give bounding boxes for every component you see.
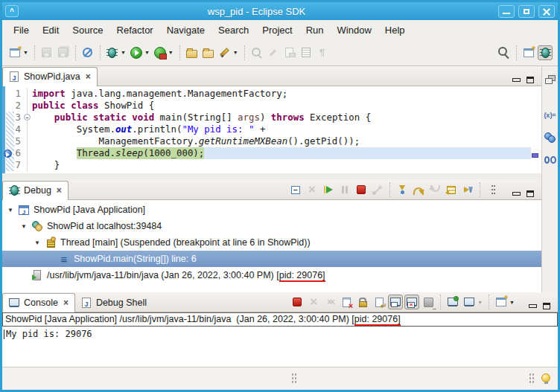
- menu-item-navigate[interactable]: Navigate: [160, 22, 211, 38]
- last-edit-location-button[interactable]: [249, 45, 264, 60]
- code-line[interactable]: 7 }: [2, 159, 541, 171]
- menu-item-file[interactable]: File: [7, 22, 36, 38]
- use-step-filters-button[interactable]: [460, 182, 475, 197]
- debug-tree-row[interactable]: ▼ShowPid at localhost:39484: [2, 218, 541, 234]
- save-all-button[interactable]: [56, 45, 71, 60]
- code-line[interactable]: 2public class ShowPid {: [2, 100, 541, 112]
- step-return-button[interactable]: [427, 182, 442, 197]
- show-stdout-button[interactable]: [388, 295, 403, 309]
- maximize-button[interactable]: [518, 5, 535, 18]
- code-line[interactable]: 1import java.lang.management.ManagementF…: [2, 88, 541, 100]
- tab-debug[interactable]: Debug ×: [2, 181, 69, 200]
- remove-launch-button[interactable]: [306, 295, 321, 309]
- line-number[interactable]: 7: [2, 159, 28, 171]
- restore-view-button[interactable]: [543, 72, 558, 87]
- disconnect-button[interactable]: [370, 182, 385, 197]
- maximize-view-button[interactable]: [526, 190, 534, 197]
- breakpoints-button[interactable]: [543, 130, 558, 145]
- sash-editor-debug[interactable]: [2, 173, 541, 179]
- dropdown-chevron-icon[interactable]: ▼: [477, 300, 483, 305]
- debug-tree-row[interactable]: /usr/lib/jvm/java-11/bin/java (Jan 26, 2…: [2, 267, 541, 283]
- word-wrap-button[interactable]: [372, 295, 386, 309]
- menu-item-refactor[interactable]: Refactor: [110, 22, 160, 38]
- open-type-button[interactable]: [185, 45, 200, 60]
- console-tab-close-icon[interactable]: ×: [63, 298, 69, 308]
- link-with-editor-button[interactable]: [282, 45, 297, 60]
- console-output[interactable]: ShowPid [Java Application] /usr/lib/jvm/…: [2, 312, 558, 367]
- terminate-button[interactable]: [290, 295, 305, 309]
- code-line[interactable]: 6 Thread.sleep(1000_000);: [2, 147, 541, 159]
- tree-expand-icon[interactable]: ▼: [7, 207, 14, 213]
- show-stderr-button[interactable]: [404, 295, 419, 309]
- code-editor[interactable]: 1import java.lang.management.ManagementF…: [2, 86, 541, 173]
- debug-tab-close-icon[interactable]: ×: [57, 185, 62, 196]
- minimize-button[interactable]: [498, 5, 515, 18]
- terminate-button[interactable]: [354, 182, 369, 197]
- menu-item-help[interactable]: Help: [378, 22, 412, 38]
- titlebar[interactable]: ^ wsp_pid - Eclipse SDK: [2, 2, 558, 20]
- save-button[interactable]: [39, 45, 54, 60]
- debug-tree-row-selected[interactable]: ShowPid.main(String[]) line: 6: [2, 251, 541, 267]
- debug-tree-row[interactable]: ▼ShowPid [Java Application]: [2, 202, 541, 218]
- minimize-view-button[interactable]: [512, 78, 521, 82]
- code-line[interactable]: 4 System.out.println("My pid is: " +: [2, 123, 541, 135]
- code-line[interactable]: 3 public static void main(String[] args)…: [2, 112, 541, 123]
- editor-tab-close-icon[interactable]: ×: [86, 71, 91, 82]
- show-selected-element-button[interactable]: [299, 45, 314, 60]
- code-line[interactable]: 5 ManagementFactory.getRuntimeMXBean().g…: [2, 135, 541, 147]
- scroll-lock-button[interactable]: [355, 295, 370, 309]
- minimize-view-button[interactable]: [512, 192, 521, 196]
- maximize-view-button[interactable]: [526, 77, 534, 83]
- run-button[interactable]: [129, 45, 144, 60]
- tree-expand-icon[interactable]: ▼: [34, 240, 41, 246]
- expressions-button[interactable]: [543, 152, 558, 167]
- variables-button[interactable]: [543, 108, 558, 123]
- new-wizard-button[interactable]: [7, 45, 22, 60]
- tab-showpid-java[interactable]: ShowPid.java ×: [2, 67, 98, 86]
- line-number[interactable]: 1: [2, 88, 28, 100]
- debug-perspective-button[interactable]: [538, 45, 553, 60]
- overview-ruler-marker[interactable]: [532, 153, 538, 158]
- view-menu-button[interactable]: [485, 182, 500, 197]
- statusbar-grip[interactable]: [529, 373, 534, 385]
- display-console-button[interactable]: [462, 295, 477, 309]
- remove-all-launches-button[interactable]: [322, 295, 337, 309]
- dropdown-chevron-icon[interactable]: ▼: [121, 50, 126, 55]
- close-button[interactable]: [538, 5, 555, 18]
- maximize-view-button[interactable]: [543, 303, 550, 309]
- menu-item-window[interactable]: Window: [331, 22, 378, 38]
- drop-to-frame-button[interactable]: [444, 182, 459, 197]
- tab-debug-shell[interactable]: Debug Shell: [75, 294, 153, 312]
- dropdown-chevron-icon[interactable]: ▼: [509, 300, 515, 305]
- line-number[interactable]: 5: [2, 135, 28, 147]
- tab-console[interactable]: Console×: [2, 293, 75, 312]
- java-search-button[interactable]: [217, 45, 232, 60]
- menu-item-source[interactable]: Source: [66, 22, 109, 38]
- open-console-button[interactable]: [494, 295, 509, 309]
- dropdown-chevron-icon[interactable]: ▼: [144, 50, 150, 55]
- statusbar-grip[interactable]: [291, 373, 296, 385]
- pin-console-button[interactable]: [445, 295, 460, 309]
- collapse-all-button[interactable]: [288, 182, 303, 197]
- minimize-view-button[interactable]: [529, 304, 537, 308]
- suspend-button[interactable]: [337, 182, 352, 197]
- menu-item-run[interactable]: Run: [299, 22, 331, 38]
- debug-tree-row[interactable]: ▼Thread [main] (Suspended (breakpoint at…: [2, 234, 541, 251]
- show-whitespace-button[interactable]: [315, 45, 330, 60]
- next-annotation-button[interactable]: [266, 45, 281, 60]
- run-external-tools-button[interactable]: [153, 45, 168, 60]
- search-button[interactable]: [497, 45, 512, 60]
- resume-button[interactable]: [321, 182, 336, 197]
- debug-button[interactable]: [105, 45, 120, 60]
- line-number[interactable]: 2: [2, 100, 28, 112]
- line-number[interactable]: 3: [2, 112, 28, 123]
- dropdown-chevron-icon[interactable]: ▼: [168, 50, 174, 55]
- fold-collapse-icon[interactable]: [24, 114, 31, 121]
- menu-item-project[interactable]: Project: [255, 22, 299, 38]
- line-number[interactable]: 4: [2, 123, 28, 135]
- menu-item-search[interactable]: Search: [211, 22, 255, 38]
- dropdown-chevron-icon[interactable]: ▼: [233, 50, 238, 55]
- dropdown-chevron-icon[interactable]: ▼: [23, 50, 28, 55]
- open-resource-button[interactable]: [201, 45, 216, 60]
- save-output-button[interactable]: [421, 295, 436, 309]
